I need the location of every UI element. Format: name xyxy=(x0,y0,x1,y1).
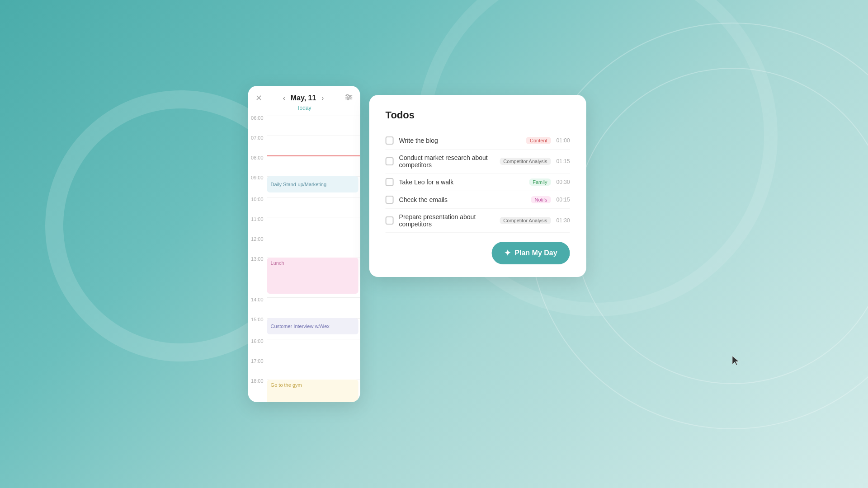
todo-text-leo-walk: Take Leo for a walk xyxy=(399,178,524,186)
todo-checkbox-market-research[interactable] xyxy=(386,157,394,165)
todo-tag-competitor-1: Competitor Analysis xyxy=(500,158,551,165)
time-label-1800: 18:00 xyxy=(248,378,267,384)
time-line-0600 xyxy=(267,116,360,116)
todo-time-write-blog: 01:00 xyxy=(557,137,570,144)
calendar-close-button[interactable]: ✕ xyxy=(255,93,262,103)
time-line-1400 xyxy=(267,297,360,298)
todo-text-prepare-presentation: Prepare presentation about competitors xyxy=(399,213,495,228)
time-label-1500: 15:00 xyxy=(248,316,267,322)
time-row-0600: 06:00 xyxy=(248,115,360,135)
time-label-1200: 12:00 xyxy=(248,236,267,242)
todos-title: Todos xyxy=(386,109,570,121)
time-line-1600 xyxy=(267,339,360,339)
time-line-1200 xyxy=(267,237,360,237)
calendar-panel: ✕ ‹ May, 11 › Today 06:00 xyxy=(248,86,360,402)
todo-item-prepare-presentation: Prepare presentation about competitors C… xyxy=(386,209,570,233)
time-label-0700: 07:00 xyxy=(248,135,267,141)
todo-time-market-research: 01:15 xyxy=(557,158,570,164)
sparkle-icon: ✦ xyxy=(504,248,511,258)
prev-month-button[interactable]: ‹ xyxy=(281,94,287,103)
todo-item-check-emails: Check the emails Notifs 00:15 xyxy=(386,191,570,209)
time-label-1300: 13:00 xyxy=(248,256,267,262)
event-customer[interactable]: Customer Interview w/Alex xyxy=(267,318,359,334)
time-label-1100: 11:00 xyxy=(248,216,267,222)
calendar-subtitle: Today xyxy=(248,105,360,115)
todo-text-check-emails: Check the emails xyxy=(399,196,526,203)
event-gym[interactable]: Go to the gym xyxy=(267,380,359,402)
plan-button-label: Plan My Day xyxy=(514,249,557,257)
todo-tag-notifs: Notifs xyxy=(531,196,551,203)
todo-checkbox-prepare-presentation[interactable] xyxy=(386,216,394,225)
plan-button-container: ✦ Plan My Day xyxy=(386,233,570,264)
calendar-date: May, 11 xyxy=(291,94,316,102)
event-lunch[interactable]: Lunch xyxy=(267,258,359,294)
todo-time-prepare-presentation: 01:30 xyxy=(557,217,570,224)
current-time-line xyxy=(267,155,360,156)
time-row-1800: 18:00 Go to the gym xyxy=(248,378,360,402)
next-month-button[interactable]: › xyxy=(320,94,326,103)
time-row-1700: 17:00 xyxy=(248,358,360,378)
todo-item-write-blog: Write the blog Content 01:00 xyxy=(386,132,570,150)
todo-tag-content: Content xyxy=(526,137,551,144)
todo-checkbox-write-blog[interactable] xyxy=(386,136,394,145)
time-label-1600: 16:00 xyxy=(248,338,267,344)
time-line-0700 xyxy=(267,136,360,136)
calendar-nav: ‹ May, 11 › xyxy=(281,94,326,103)
time-row-1400: 14:00 xyxy=(248,296,360,316)
time-grid: 06:00 07:00 08:00 09:00 Daily Stand-up/M xyxy=(248,115,360,402)
calendar-header: ✕ ‹ May, 11 › xyxy=(248,86,360,105)
svg-point-4 xyxy=(349,96,351,98)
time-row-1600: 16:00 xyxy=(248,338,360,358)
time-row-1000: 10:00 xyxy=(248,196,360,216)
time-label-0800: 08:00 xyxy=(248,155,267,160)
time-row-1200: 12:00 xyxy=(248,236,360,256)
time-label-1400: 14:00 xyxy=(248,296,267,302)
time-row-0900: 09:00 Daily Stand-up/Marketing xyxy=(248,174,360,196)
time-row-1100: 11:00 xyxy=(248,216,360,236)
todo-tag-competitor-2: Competitor Analysis xyxy=(500,217,551,224)
todo-time-leo-walk: 00:30 xyxy=(557,179,570,185)
time-line-1000 xyxy=(267,197,360,197)
svg-point-3 xyxy=(347,94,349,96)
svg-point-5 xyxy=(347,98,349,100)
time-row-1300: 13:00 Lunch xyxy=(248,256,360,296)
todo-tag-family: Family xyxy=(529,178,551,186)
event-lunch-label: Lunch xyxy=(271,260,284,266)
time-line-1700 xyxy=(267,359,360,359)
todo-text-write-blog: Write the blog xyxy=(399,137,521,144)
time-row-1500: 15:00 Customer Interview w/Alex xyxy=(248,316,360,338)
todo-item-market-research: Conduct market research about competitor… xyxy=(386,150,570,174)
todo-text-market-research: Conduct market research about competitor… xyxy=(399,154,495,169)
todo-time-check-emails: 00:15 xyxy=(557,197,570,203)
event-gym-label: Go to the gym xyxy=(271,382,302,388)
time-line-1100 xyxy=(267,217,360,217)
time-row-0700: 07:00 xyxy=(248,135,360,155)
main-container: ✕ ‹ May, 11 › Today 06:00 xyxy=(248,86,586,402)
todo-checkbox-check-emails[interactable] xyxy=(386,196,394,204)
cursor xyxy=(731,355,741,366)
calendar-settings-button[interactable] xyxy=(345,93,353,103)
todos-panel: Todos Write the blog Content 01:00 Condu… xyxy=(369,95,586,277)
event-standup-label: Daily Stand-up/Marketing xyxy=(271,182,327,187)
todo-item-leo-walk: Take Leo for a walk Family 00:30 xyxy=(386,174,570,191)
event-customer-label: Customer Interview w/Alex xyxy=(271,324,330,329)
todo-checkbox-leo-walk[interactable] xyxy=(386,178,394,186)
time-label-0600: 06:00 xyxy=(248,115,267,121)
time-row-0800: 08:00 xyxy=(248,155,360,174)
time-label-1700: 17:00 xyxy=(248,358,267,364)
time-label-1000: 10:00 xyxy=(248,196,267,202)
event-standup[interactable]: Daily Stand-up/Marketing xyxy=(267,176,359,192)
time-label-0900: 09:00 xyxy=(248,174,267,180)
plan-my-day-button[interactable]: ✦ Plan My Day xyxy=(491,242,570,264)
